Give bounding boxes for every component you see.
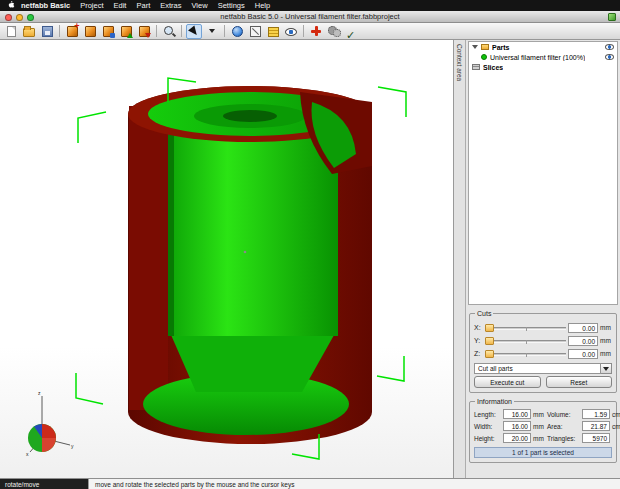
orientation-indicator: z y x <box>26 390 74 457</box>
visibility-button[interactable] <box>283 24 299 39</box>
information-grid: Length: 16.00 mm Volume: 1.59 cm³ Width:… <box>474 409 612 443</box>
close-window-button[interactable] <box>5 14 12 21</box>
slices-stack-icon <box>472 64 480 70</box>
triangles-label: Triangles: <box>547 435 580 442</box>
svg-text:x: x <box>26 451 29 457</box>
automatic-repair-icon <box>328 25 341 37</box>
svg-text:z: z <box>38 390 41 396</box>
height-unit: mm <box>533 435 545 442</box>
tree-group-label: Slices <box>483 64 503 71</box>
toolbar-separator <box>181 25 182 37</box>
cut-y-value-field[interactable]: 0.00 <box>568 336 598 346</box>
height-label: Height: <box>474 435 501 442</box>
minimize-window-button[interactable] <box>16 14 23 21</box>
viewport-canvas[interactable]: z y x <box>0 40 454 478</box>
cut-z-row: Z: 0.00 mm <box>474 347 612 360</box>
cut-y-slider-handle[interactable] <box>485 337 494 345</box>
area-label: Area: <box>547 423 580 430</box>
axis-y-label: Y: <box>474 337 483 344</box>
cut-mode-row: Cut all parts <box>474 363 612 374</box>
duplicate-part-button[interactable] <box>82 24 98 39</box>
menu-item-part[interactable]: Part <box>131 0 155 11</box>
move-part-button[interactable] <box>100 24 116 39</box>
triangles-value: 5970 <box>582 433 610 443</box>
zoom-window-button[interactable] <box>27 14 34 21</box>
default-view-button[interactable] <box>229 24 245 39</box>
toolbar-separator <box>303 25 304 37</box>
apply-button[interactable] <box>344 24 360 39</box>
menu-item-netfabb-basic[interactable]: netfabb Basic <box>16 0 75 11</box>
height-value: 20.00 <box>503 433 531 443</box>
tree-item-label: Universal filament filter (100%) <box>490 54 585 61</box>
new-project-button[interactable] <box>3 24 19 39</box>
main-toolbar <box>0 23 620 40</box>
menu-item-view[interactable]: View <box>187 0 213 11</box>
width-value: 16.00 <box>503 421 531 431</box>
cut-z-slider-handle[interactable] <box>485 350 494 358</box>
visibility-eye-icon[interactable] <box>605 44 614 50</box>
slice-view-button[interactable] <box>265 24 281 39</box>
cut-x-slider-handle[interactable] <box>485 324 494 332</box>
menu-item-help[interactable]: Help <box>250 0 275 11</box>
cut-z-slider[interactable] <box>485 349 566 359</box>
cut-mode-dropdown-button[interactable] <box>601 363 612 374</box>
select-tool-button[interactable] <box>186 24 202 39</box>
volume-label: Volume: <box>547 411 580 418</box>
add-part-button[interactable] <box>64 24 80 39</box>
cut-mode-select[interactable]: Cut all parts <box>474 363 601 374</box>
tree-group-slices[interactable]: Slices <box>469 62 617 72</box>
wireframe-view-button[interactable] <box>247 24 263 39</box>
duplicate-part-icon <box>85 26 96 37</box>
repair-part-icon <box>310 25 322 37</box>
tool-menu-button[interactable] <box>204 24 220 39</box>
cut-buttons-row: Execute cut Reset <box>474 376 612 388</box>
open-project-button[interactable] <box>21 24 37 39</box>
zoom-button[interactable] <box>161 24 177 39</box>
menu-item-edit[interactable]: Edit <box>109 0 132 11</box>
cut-x-value-field[interactable]: 0.00 <box>568 323 598 333</box>
information-title: Information <box>475 398 514 406</box>
menu-item-project[interactable]: Project <box>75 0 108 11</box>
tree-group-parts[interactable]: Parts <box>469 42 617 52</box>
save-project-icon <box>42 26 53 37</box>
panel-spacer <box>466 466 620 478</box>
cut-x-row: X: 0.00 mm <box>474 321 612 334</box>
cut-z-value-field[interactable]: 0.00 <box>568 349 598 359</box>
volume-value: 1.59 <box>582 409 610 419</box>
mode-indicator: rotate/move <box>0 479 88 489</box>
scale-part-button[interactable] <box>136 24 152 39</box>
status-hint: move and rotate the selected parts by th… <box>88 479 620 489</box>
execute-cut-button[interactable]: Execute cut <box>474 376 541 388</box>
slider-groove <box>485 353 566 356</box>
part-universal-filament-filter[interactable] <box>128 86 372 444</box>
context-area-tab[interactable]: Context area <box>454 40 466 478</box>
3d-viewport[interactable]: z y x <box>0 40 454 478</box>
axis-z-label: Z: <box>474 350 483 357</box>
volume-unit: cm³ <box>612 411 620 418</box>
save-project-button[interactable] <box>39 24 55 39</box>
length-label: Length: <box>474 411 501 418</box>
repair-part-button[interactable] <box>308 24 324 39</box>
open-project-icon <box>23 28 35 37</box>
tree-item-part[interactable]: Universal filament filter (100%) <box>469 52 617 62</box>
menu-item-settings[interactable]: Settings <box>213 0 250 11</box>
tree-group-label: Parts <box>492 44 510 51</box>
slider-groove <box>485 340 566 343</box>
rotate-part-icon <box>121 26 132 37</box>
wireframe-view-icon <box>250 26 261 37</box>
disclosure-icon[interactable] <box>472 45 478 49</box>
automatic-repair-button[interactable] <box>326 24 342 39</box>
rotate-part-button[interactable] <box>118 24 134 39</box>
parts-tree[interactable]: Parts Universal filament filter (100%) S… <box>468 41 618 305</box>
cuts-panel: Cuts X: 0.00 mm Y: 0.00 <box>469 313 617 393</box>
cut-x-slider[interactable] <box>485 323 566 333</box>
chevron-down-icon <box>603 367 609 371</box>
cut-y-slider[interactable] <box>485 336 566 346</box>
width-unit: mm <box>533 423 545 430</box>
menu-item-extras[interactable]: Extras <box>155 0 186 11</box>
slider-groove <box>485 327 566 330</box>
reset-button[interactable]: Reset <box>546 376 613 388</box>
title-bar[interactable]: netfabb Basic 5.0 - Universal filament f… <box>0 11 620 23</box>
apple-menu-icon[interactable] <box>5 1 16 10</box>
visibility-eye-icon[interactable] <box>605 54 614 60</box>
